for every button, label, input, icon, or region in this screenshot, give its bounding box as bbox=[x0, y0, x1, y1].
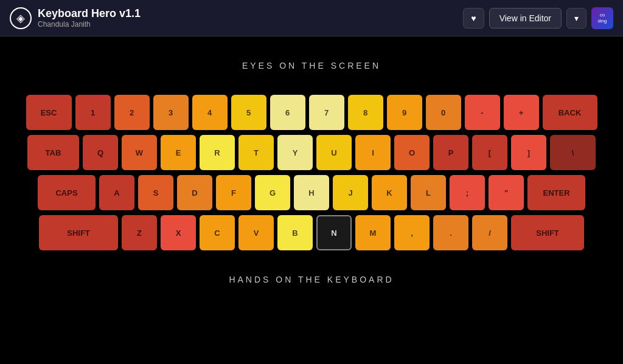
key-2[interactable]: 2 bbox=[114, 95, 150, 130]
key-5[interactable]: 5 bbox=[231, 95, 266, 130]
app-subtitle: Chandula Janith bbox=[38, 20, 141, 29]
key-caps[interactable]: CAPS bbox=[38, 175, 96, 210]
keyboard-row2: TABQWERTYUIOP[]\ bbox=[19, 135, 604, 170]
key-o[interactable]: O bbox=[394, 135, 430, 170]
key-x[interactable]: " bbox=[489, 175, 524, 210]
view-editor-button[interactable]: View in Editor bbox=[489, 8, 562, 29]
key-x[interactable]: ; bbox=[450, 175, 485, 210]
app-logo-icon: ◈ bbox=[10, 7, 32, 29]
key-b[interactable]: B bbox=[277, 215, 313, 250]
key-k[interactable]: K bbox=[372, 175, 407, 210]
key-a[interactable]: A bbox=[99, 175, 134, 210]
key-i[interactable]: I bbox=[355, 135, 391, 170]
key-9[interactable]: 9 bbox=[387, 95, 422, 130]
key-w[interactable]: W bbox=[122, 135, 157, 170]
key-8[interactable]: 8 bbox=[348, 95, 383, 130]
header: ◈ Keyboard Hero v1.1 Chandula Janith ♥ V… bbox=[0, 0, 623, 36]
key-v[interactable]: V bbox=[238, 215, 274, 250]
key-x[interactable]: \ bbox=[550, 135, 596, 170]
key-n[interactable]: N bbox=[316, 215, 352, 250]
app-logo-group: ◈ Keyboard Hero v1.1 Chandula Janith bbox=[10, 7, 463, 29]
tagline-top: EYES ON THE SCREEN bbox=[242, 61, 381, 70]
key-u[interactable]: U bbox=[316, 135, 352, 170]
key-d[interactable]: D bbox=[177, 175, 212, 210]
key-esc[interactable]: ESC bbox=[26, 95, 72, 130]
key-r[interactable]: R bbox=[200, 135, 235, 170]
key-x[interactable]: , bbox=[394, 215, 430, 250]
key-p[interactable]: P bbox=[433, 135, 468, 170]
key-x[interactable]: [ bbox=[472, 135, 507, 170]
key-s[interactable]: S bbox=[138, 175, 173, 210]
key-c[interactable]: C bbox=[200, 215, 235, 250]
key-z[interactable]: Z bbox=[122, 215, 157, 250]
keyboard-row3: CAPSASDFGHJKL;"ENTER bbox=[19, 175, 604, 210]
key-7[interactable]: 7 bbox=[309, 95, 344, 130]
keyboard-row1: ESC1234567890-+BACK bbox=[19, 95, 604, 130]
key-enter[interactable]: ENTER bbox=[527, 175, 585, 210]
key-shift[interactable]: SHIFT bbox=[39, 215, 118, 250]
key-3[interactable]: 3 bbox=[153, 95, 189, 130]
key-6[interactable]: 6 bbox=[270, 95, 305, 130]
key-x[interactable]: + bbox=[504, 95, 539, 130]
key-x[interactable]: . bbox=[433, 215, 468, 250]
key-x[interactable]: - bbox=[465, 95, 500, 130]
key-shift[interactable]: SHIFT bbox=[511, 215, 584, 250]
heart-button[interactable]: ♥ bbox=[463, 8, 484, 29]
key-tab[interactable]: TAB bbox=[27, 135, 79, 170]
avatar-text: coding bbox=[597, 12, 607, 24]
key-t[interactable]: T bbox=[238, 135, 274, 170]
keyboard: ESC1234567890-+BACKTABQWERTYUIOP[]\CAPSA… bbox=[19, 95, 604, 250]
header-actions: ♥ View in Editor ▾ coding bbox=[463, 7, 613, 29]
key-y[interactable]: Y bbox=[277, 135, 313, 170]
key-l[interactable]: L bbox=[411, 175, 446, 210]
key-x[interactable]: X bbox=[161, 215, 196, 250]
user-avatar[interactable]: coding bbox=[591, 7, 613, 29]
key-g[interactable]: G bbox=[255, 175, 290, 210]
key-e[interactable]: E bbox=[161, 135, 196, 170]
key-1[interactable]: 1 bbox=[75, 95, 111, 130]
key-back[interactable]: BACK bbox=[543, 95, 597, 130]
key-f[interactable]: F bbox=[216, 175, 251, 210]
dropdown-button[interactable]: ▾ bbox=[566, 8, 586, 29]
key-j[interactable]: J bbox=[333, 175, 368, 210]
key-0[interactable]: 0 bbox=[426, 95, 461, 130]
key-h[interactable]: H bbox=[294, 175, 329, 210]
key-x[interactable]: / bbox=[472, 215, 507, 250]
app-title: Keyboard Hero v1.1 bbox=[38, 7, 141, 20]
key-4[interactable]: 4 bbox=[192, 95, 228, 130]
tagline-bottom: HANDS ON THE KEYBOARD bbox=[229, 275, 394, 284]
key-x[interactable]: ] bbox=[511, 135, 546, 170]
main-content: EYES ON THE SCREEN ESC1234567890-+BACKTA… bbox=[0, 36, 623, 297]
key-m[interactable]: M bbox=[355, 215, 391, 250]
keyboard-row4: SHIFTZXCVBNM,./SHIFT bbox=[19, 215, 604, 250]
key-q[interactable]: Q bbox=[83, 135, 118, 170]
header-title-block: Keyboard Hero v1.1 Chandula Janith bbox=[38, 7, 141, 29]
